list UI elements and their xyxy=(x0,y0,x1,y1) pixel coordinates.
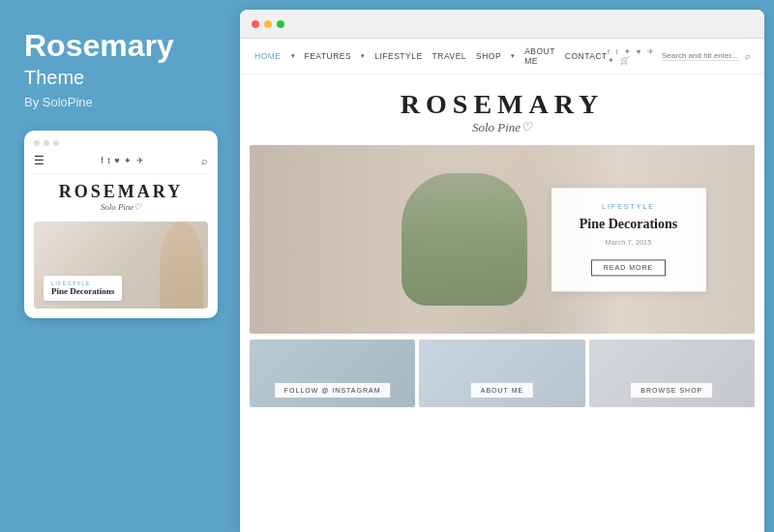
browser-minimize-dot[interactable] xyxy=(264,20,272,28)
nav-left: HOME ▾ FEATURES ▾ LIFESTYLE TRAVEL SHOP … xyxy=(254,46,608,66)
mobile-logo-text: ROSEMARY xyxy=(34,182,208,202)
mobile-search-icon[interactable]: ⌕ xyxy=(201,155,208,166)
nav-item-lifestyle[interactable]: LIFESTYLE xyxy=(374,51,422,61)
mobile-dot-1 xyxy=(34,140,40,146)
mobile-nav: ☰ f t ♥ ✦ ✈ ⌕ xyxy=(34,154,208,174)
mobile-preview: ☰ f t ♥ ✦ ✈ ⌕ ROSEMARY Solo Pine♡ LIFEST… xyxy=(24,131,218,318)
website-logo-text: ROSEMARY xyxy=(240,89,764,120)
right-panel: HOME ▾ FEATURES ▾ LIFESTYLE TRAVEL SHOP … xyxy=(240,10,764,532)
website-preview: HOME ▾ FEATURES ▾ LIFESTYLE TRAVEL SHOP … xyxy=(240,39,764,532)
hero-category: LIFESTYLE xyxy=(571,203,687,210)
nav-right: f t ✦ ♥ ✈ ✦ 🛒 ⌕ xyxy=(608,47,750,65)
mobile-logo-area: ROSEMARY Solo Pine♡ xyxy=(34,182,208,212)
left-panel: Rosemary Theme By SoloPine ☰ f t ♥ ✦ ✈ ⌕… xyxy=(0,0,240,532)
hero-card: LIFESTYLE Pine Decorations March 7, 2015… xyxy=(551,188,706,291)
mobile-social-icons: f t ♥ ✦ ✈ xyxy=(101,156,144,165)
theme-title: Rosemary xyxy=(24,29,174,63)
website-logo-area: ROSEMARY Solo Pine♡ xyxy=(240,74,764,145)
nav-arrow-home: ▾ xyxy=(291,52,295,60)
mobile-dot-3 xyxy=(53,140,59,146)
mobile-hero-image: LIFESTYLE Pine Decorations xyxy=(34,222,208,309)
mobile-person-figure xyxy=(160,222,203,309)
theme-author: By SoloPine xyxy=(24,95,93,109)
nav-arrow-features: ▾ xyxy=(361,52,365,60)
bottom-grid: FOLLOW @ INSTAGRAM ABOUT ME BROWSE SHOP xyxy=(250,340,755,407)
hero-section: LIFESTYLE Pine Decorations March 7, 2015… xyxy=(250,145,755,334)
mobile-dot-2 xyxy=(44,140,49,146)
search-input[interactable] xyxy=(662,51,739,61)
browser-close-dot[interactable] xyxy=(252,20,259,28)
browser-maximize-dot[interactable] xyxy=(277,20,284,28)
nav-item-about[interactable]: ABOUT ME xyxy=(524,46,555,66)
grid-label-shop: BROWSE SHOP xyxy=(631,383,712,398)
read-more-button[interactable]: READ MORE xyxy=(591,259,666,276)
social-icons: f t ✦ ♥ ✈ ✦ 🛒 xyxy=(608,47,656,65)
theme-subtitle: Theme xyxy=(24,67,84,89)
nav-item-features[interactable]: FEATURES xyxy=(305,51,352,61)
grid-label-about: ABOUT ME xyxy=(471,383,533,398)
nav-item-shop[interactable]: SHOP xyxy=(476,51,501,61)
search-icon[interactable]: ⌕ xyxy=(745,51,750,61)
grid-item-about[interactable]: ABOUT ME xyxy=(419,340,584,407)
mobile-window-dots xyxy=(34,140,208,146)
hero-date: March 7, 2015 xyxy=(571,238,687,247)
nav-item-travel[interactable]: TRAVEL xyxy=(432,51,466,61)
mobile-hero-title: Pine Decorations xyxy=(51,286,114,296)
hamburger-icon[interactable]: ☰ xyxy=(34,154,45,167)
nav-arrow-shop: ▾ xyxy=(511,52,515,60)
mobile-logo-sub: Solo Pine♡ xyxy=(34,202,208,212)
hero-title: Pine Decorations xyxy=(571,216,687,233)
nav-item-contact[interactable]: CONTACT xyxy=(565,51,608,61)
mobile-hero-card: LIFESTYLE Pine Decorations xyxy=(44,276,122,301)
website-logo-sub: Solo Pine♡ xyxy=(240,120,764,135)
grid-label-instagram: FOLLOW @ INSTAGRAM xyxy=(275,383,391,398)
grid-item-instagram[interactable]: FOLLOW @ INSTAGRAM xyxy=(250,340,415,407)
grid-item-shop[interactable]: BROWSE SHOP xyxy=(589,340,755,407)
browser-chrome xyxy=(240,10,764,39)
hero-pine-decoration xyxy=(402,173,528,306)
nav-item-home[interactable]: HOME xyxy=(254,51,282,61)
website-nav: HOME ▾ FEATURES ▾ LIFESTYLE TRAVEL SHOP … xyxy=(240,39,764,74)
